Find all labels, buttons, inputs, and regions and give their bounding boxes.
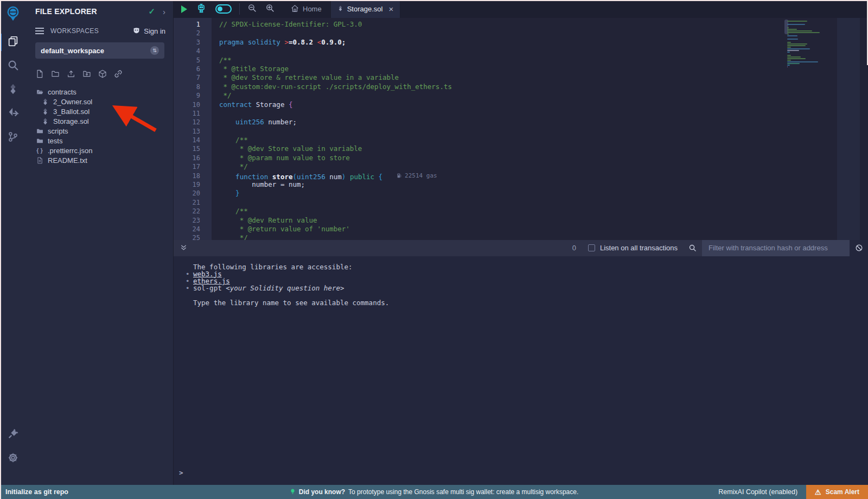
code-editor[interactable]: 1// SPDX-License-Identifier: GPL-3.023pr…	[174, 18, 868, 240]
code-line[interactable]: 3pragma solidity >=0.8.2 <0.9.0;	[174, 38, 868, 47]
search-icon[interactable]	[688, 244, 697, 252]
copy-pages-icon	[7, 35, 19, 49]
tree-item-contracts[interactable]: contracts	[25, 87, 173, 97]
sidebar-item-settings[interactable]	[0, 447, 25, 471]
tree-item-storage-sol[interactable]: Storage.sol	[25, 116, 173, 126]
tree-item-scripts[interactable]: scripts	[25, 126, 173, 136]
code-line[interactable]: 9 */	[174, 91, 868, 100]
code-line[interactable]: 7 * @dev Store & retrieve value in a var…	[174, 73, 868, 82]
code-line[interactable]: 18 function store(uint256 num) public {2…	[174, 172, 868, 180]
lightbulb-icon	[290, 488, 296, 497]
tree-item-3-ballot-sol[interactable]: 3_Ballot.sol	[25, 106, 173, 116]
code-line[interactable]: 13	[174, 127, 868, 136]
line-number: 11	[174, 109, 212, 118]
plug-icon	[7, 428, 19, 442]
search-icon	[7, 59, 19, 73]
code-line[interactable]: 16 * @param num value to store	[174, 154, 868, 162]
tree-item-tests[interactable]: tests	[25, 136, 173, 146]
scam-alert-button[interactable]: ⚠ Scam Alert	[806, 485, 868, 499]
code-line[interactable]: 21	[174, 198, 868, 207]
tree-item--prettierrc-json[interactable]: { }.prettierrc.json	[25, 146, 173, 155]
status-bar: Initialize as git repo Did you know? To …	[0, 485, 868, 499]
zoom-out-button[interactable]	[247, 3, 257, 15]
code-line[interactable]: 11	[174, 109, 868, 118]
new-file-icon[interactable]	[35, 70, 44, 80]
ipfs-box-icon[interactable]	[98, 70, 107, 80]
sidebar-item-file-explorer[interactable]	[0, 30, 25, 54]
transaction-filter-input[interactable]	[702, 240, 850, 256]
code-line[interactable]: 5/**	[174, 56, 868, 65]
tree-item-label: .prettierrc.json	[48, 147, 92, 155]
tab-label: Storage.sol	[347, 5, 383, 13]
copilot-status[interactable]: RemixAI Copilot (enabled)	[718, 488, 797, 496]
git-branch-icon	[7, 131, 19, 145]
sidebar-item-deploy-run[interactable]	[0, 102, 25, 126]
code-line[interactable]: 24 * @return value of 'number'	[174, 225, 868, 233]
tree-item-label: README.txt	[48, 156, 87, 165]
upload-folder-icon[interactable]	[82, 70, 91, 80]
terminal-header: 0 Listen on all transactions	[174, 240, 868, 256]
tree-item-2-owner-sol[interactable]: 2_Owner.sol	[25, 97, 173, 106]
close-tab-icon[interactable]: ×	[388, 4, 393, 14]
code-line[interactable]: 12 uint256 number;	[174, 118, 868, 127]
code-line[interactable]: 17 */	[174, 162, 868, 171]
remix-logo-icon[interactable]	[4, 4, 22, 23]
line-number: 14	[174, 136, 212, 144]
solidity-icon	[7, 83, 19, 97]
terminal[interactable]: The following libraries are accessible:•…	[174, 256, 868, 485]
tree-item-readme-txt[interactable]: README.txt	[25, 155, 173, 165]
code-line[interactable]: 23 * @dev Return value	[174, 216, 868, 225]
home-icon	[291, 4, 299, 14]
sidebar-item-search[interactable]	[0, 54, 25, 78]
new-folder-icon[interactable]	[51, 70, 60, 80]
code-line[interactable]: 25 */	[174, 233, 868, 239]
line-number: 13	[174, 127, 212, 136]
code-line[interactable]: 15 * @dev Store value in variable	[174, 144, 868, 153]
code-line[interactable]: 2	[174, 29, 868, 37]
copilot-toggle[interactable]	[215, 4, 232, 14]
terminal-line: The following libraries are accessible:	[193, 263, 868, 270]
file-tree: contracts2_Owner.sol3_Ballot.solStorage.…	[25, 85, 173, 165]
code-line[interactable]: 6 * @title Storage	[174, 65, 868, 73]
check-icon: ✓	[148, 7, 155, 16]
code-line[interactable]: 1// SPDX-License-Identifier: GPL-3.0	[174, 20, 868, 29]
deploy-ethereum-icon	[7, 107, 19, 121]
zoom-in-button[interactable]	[265, 3, 275, 15]
ban-icon[interactable]	[850, 240, 868, 256]
solidity-file-icon	[41, 118, 49, 125]
workspace-select[interactable]: default_workspace ⇅	[35, 42, 164, 59]
chevron-right-icon[interactable]: ›	[163, 7, 165, 16]
link-icon[interactable]	[114, 70, 123, 80]
code-line[interactable]: 4	[174, 47, 868, 55]
sidebar-item-plugin-manager[interactable]	[0, 423, 25, 447]
tab-storage-sol[interactable]: Storage.sol ×	[330, 0, 401, 18]
terminal-prompt[interactable]: >	[179, 469, 183, 476]
copilot-robot-icon[interactable]	[196, 3, 207, 16]
code-line[interactable]: 8 * @custom:dev-run-script ./scripts/dep…	[174, 83, 868, 91]
panel-title: FILE EXPLORER	[35, 7, 148, 16]
line-number: 16	[174, 154, 212, 162]
workspaces-menu-icon[interactable]	[35, 26, 44, 36]
listen-checkbox[interactable]	[588, 244, 595, 251]
terminal-collapse-icon[interactable]	[180, 244, 187, 251]
line-number: 3	[174, 38, 212, 47]
code-line[interactable]: 22 /**	[174, 207, 868, 216]
sidebar-item-solidity-compiler[interactable]	[0, 78, 25, 102]
window-border	[0, 0, 868, 1]
vertical-icon-bar	[0, 0, 25, 485]
code-line[interactable]: 20 }	[174, 189, 868, 198]
code-line[interactable]: 19 number = num;	[174, 180, 868, 189]
code-line[interactable]: 14 /**	[174, 136, 868, 144]
tab-home[interactable]: Home	[282, 0, 330, 18]
code-line[interactable]: 10contract Storage {	[174, 100, 868, 109]
line-number: 25	[174, 233, 212, 239]
sidebar-item-git[interactable]	[0, 126, 25, 150]
line-number: 23	[174, 216, 212, 225]
run-script-button[interactable]	[181, 5, 187, 13]
line-number: 19	[174, 180, 212, 189]
sign-in-button[interactable]: Sign in	[132, 26, 165, 36]
upload-file-icon[interactable]	[67, 70, 75, 80]
line-number: 10	[174, 100, 212, 109]
git-init-button[interactable]: Initialize as git repo	[0, 488, 68, 496]
minimap[interactable]	[787, 21, 837, 68]
